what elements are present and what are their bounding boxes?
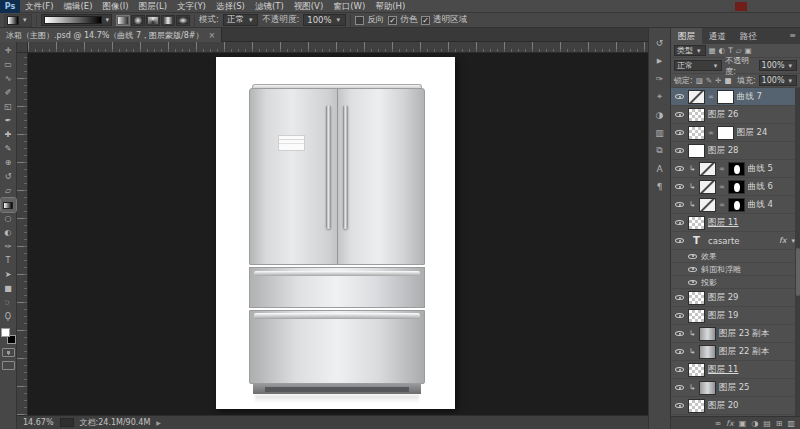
move-tool[interactable]: ✛ (1, 44, 16, 58)
effect-name[interactable]: 效果 (701, 251, 717, 262)
layer-row-28[interactable]: 图层 28 (671, 142, 800, 160)
status-arrow-icon[interactable]: ▶ (156, 419, 161, 426)
brush-panel-icon[interactable]: ✑ (651, 70, 669, 87)
filter-pixel-icon[interactable]: ▦ (709, 46, 716, 55)
layer-thumbnail[interactable] (688, 144, 705, 158)
history-panel-icon[interactable]: ↺ (651, 34, 669, 51)
layer-mask-thumbnail[interactable] (728, 198, 745, 212)
angle-gradient-button[interactable] (146, 15, 160, 26)
visibility-toggle[interactable] (687, 280, 698, 285)
history-brush-tool[interactable]: ↺ (1, 170, 16, 184)
layer-row-text-casarte[interactable]: T casarte fx ▾ (671, 232, 800, 250)
layer-comps-panel-icon[interactable]: ⧉ (651, 142, 669, 159)
gradient-tool[interactable] (1, 198, 16, 212)
eyedropper-tool[interactable]: ✒ (1, 114, 16, 128)
pen-tool[interactable]: ✑ (1, 240, 16, 254)
lasso-tool[interactable]: ∿ (1, 72, 16, 86)
layer-name[interactable]: 图层 19 (708, 310, 739, 322)
clone-source-panel-icon[interactable]: ⌖ (651, 88, 669, 105)
path-selection-tool[interactable]: ➤ (1, 268, 16, 282)
layer-row-curves-5[interactable]: ↳ ∞ 曲线 5 (671, 160, 800, 178)
menu-edit[interactable]: 编辑(E) (59, 0, 98, 13)
layer-effects-icon[interactable]: fx (779, 236, 787, 245)
fill-select[interactable]: 100% ▾ (759, 75, 797, 86)
type-tool[interactable]: T (1, 254, 16, 268)
tool-preset-picker[interactable]: ▾ (4, 14, 32, 27)
adjustments-panel-icon[interactable]: ◑ (651, 106, 669, 123)
blur-tool[interactable]: ○ (1, 212, 16, 226)
menu-view[interactable]: 视图(V) (289, 0, 328, 13)
link-layers-icon[interactable]: ∞ (714, 417, 721, 429)
menu-help[interactable]: 帮助(H) (370, 0, 410, 13)
chevron-down-icon[interactable]: ▾ (104, 16, 112, 24)
visibility-toggle[interactable] (674, 367, 685, 372)
reflected-gradient-button[interactable] (161, 15, 175, 26)
dither-checkbox[interactable]: ✓ (388, 16, 397, 25)
filter-type-select[interactable]: 类型 ▾ (674, 45, 706, 56)
layer-thumbnail[interactable] (688, 216, 705, 230)
layer-mask-thumbnail[interactable] (728, 162, 745, 176)
layer-name[interactable]: casarte (708, 236, 740, 246)
layer-name[interactable]: 图层 11 (708, 217, 739, 229)
drop-shadow-row[interactable]: 投影 (671, 276, 800, 289)
visibility-toggle[interactable] (674, 130, 685, 135)
opacity-select[interactable]: 100% ▾ (303, 14, 346, 26)
visibility-toggle[interactable] (674, 220, 685, 225)
lock-position-icon[interactable]: ✛ (715, 76, 721, 85)
layer-mask-thumbnail[interactable] (717, 90, 734, 104)
visibility-toggle[interactable] (674, 331, 685, 336)
curves-adjustment-thumbnail[interactable] (699, 198, 716, 212)
layer-thumbnail[interactable] (688, 291, 705, 305)
styles-panel-icon[interactable]: ▥ (651, 124, 669, 141)
effect-name[interactable]: 投影 (701, 277, 717, 288)
document-tab[interactable]: 冰箱（主图）.psd @ 14.7%（曲线 7，图层蒙版/8#） × (0, 28, 222, 42)
layer-row-curves-6[interactable]: ↳ ∞ 曲线 6 (671, 178, 800, 196)
dither-checkbox-group[interactable]: ✓ 仿色 (388, 14, 417, 26)
zoom-level[interactable]: 14.67% (23, 418, 54, 427)
lock-all-icon[interactable]: ■ (724, 76, 731, 85)
layers-scrollbar[interactable] (795, 88, 800, 416)
layer-opacity-select[interactable]: 100% ▾ (759, 60, 797, 71)
layer-row-25[interactable]: ↳ 图层 25 (671, 379, 800, 397)
layer-row-29[interactable]: 图层 29 (671, 289, 800, 307)
transparency-checkbox-group[interactable]: ✓ 透明区域 (421, 14, 467, 26)
layer-name[interactable]: 图层 28 (708, 145, 739, 157)
blend-mode-select[interactable]: 正常 ▾ (674, 60, 722, 71)
reverse-checkbox[interactable] (355, 16, 364, 25)
quick-mask-button[interactable] (2, 348, 15, 357)
visibility-toggle[interactable] (674, 385, 685, 390)
layer-name[interactable]: 曲线 5 (748, 163, 773, 175)
add-layer-mask-icon[interactable]: ▣ (739, 417, 747, 429)
visibility-toggle[interactable] (687, 254, 698, 259)
curves-adjustment-thumbnail[interactable] (688, 90, 705, 104)
layer-row-26[interactable]: 图层 26 (671, 106, 800, 124)
visibility-toggle[interactable] (674, 112, 685, 117)
visibility-toggle[interactable] (674, 184, 685, 189)
layer-name[interactable]: 曲线 4 (748, 199, 773, 211)
layer-thumbnail[interactable] (688, 108, 705, 122)
layer-name[interactable]: 图层 23 副本 (719, 328, 769, 340)
menu-image[interactable]: 图像(I) (98, 0, 134, 13)
menu-select[interactable]: 选择(S) (211, 0, 250, 13)
visibility-toggle[interactable] (674, 403, 685, 408)
brush-tool[interactable]: ✎ (1, 142, 16, 156)
dodge-tool[interactable]: ◐ (1, 226, 16, 240)
menu-type[interactable]: 文字(Y) (172, 0, 211, 13)
visibility-toggle[interactable] (687, 267, 698, 272)
visibility-toggle[interactable] (674, 295, 685, 300)
layer-row-23-copy[interactable]: ↳ 图层 23 副本 (671, 325, 800, 343)
layer-row-19[interactable]: 图层 19 (671, 307, 800, 325)
crop-tool[interactable]: ◱ (1, 100, 16, 114)
curves-adjustment-thumbnail[interactable] (699, 162, 716, 176)
layer-name[interactable]: 图层 20 (708, 400, 739, 412)
lock-pixels-icon[interactable]: ✎ (706, 76, 712, 85)
curves-adjustment-thumbnail[interactable] (699, 180, 716, 194)
visibility-toggle[interactable] (674, 94, 685, 99)
layer-name[interactable]: 图层 29 (708, 292, 739, 304)
layer-row-curves-4[interactable]: ↳ ∞ 曲线 4 (671, 196, 800, 214)
diamond-gradient-button[interactable] (176, 15, 190, 26)
shape-tool[interactable]: ■ (1, 282, 16, 296)
visibility-toggle[interactable] (674, 148, 685, 153)
visibility-toggle[interactable] (674, 202, 685, 207)
paragraph-panel-icon[interactable]: ¶ (651, 178, 669, 195)
